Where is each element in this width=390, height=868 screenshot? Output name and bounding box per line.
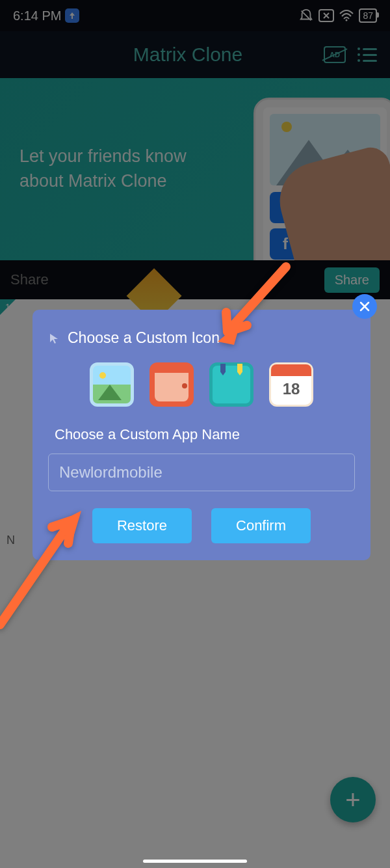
home-indicator[interactable] [143,860,247,863]
confirm-button[interactable]: Confirm [211,508,311,543]
gallery-icon-option[interactable] [90,362,134,407]
close-button[interactable] [352,294,377,319]
restore-button[interactable]: Restore [92,508,192,543]
app-name-input[interactable] [48,454,355,491]
wallet-icon-option[interactable] [150,362,194,407]
calendar-icon-option[interactable]: 18 [269,362,313,407]
annotation-arrow-1 [195,260,292,354]
modal-subtitle: Choose a Custom App Name [48,426,355,443]
icon-options: 18 [48,362,355,407]
cursor-icon [48,332,61,345]
close-icon [359,301,370,312]
notes-icon-option[interactable] [209,362,254,407]
calendar-number: 18 [271,380,311,398]
annotation-arrow-2 [0,501,98,634]
